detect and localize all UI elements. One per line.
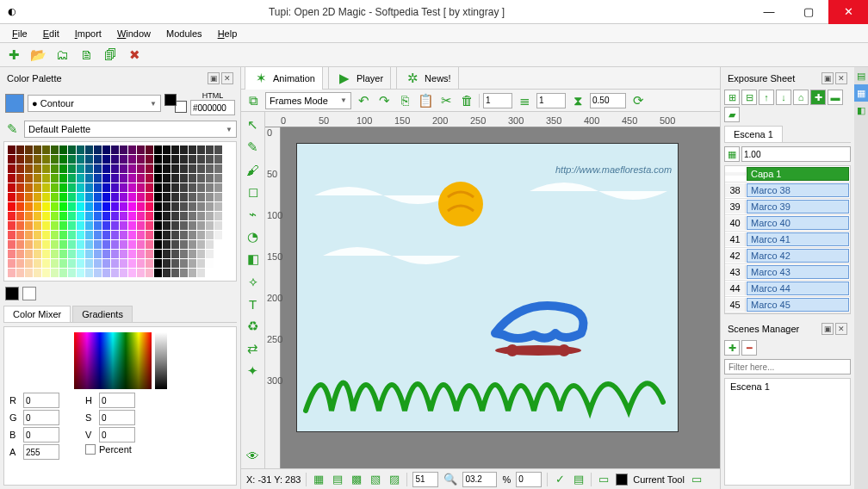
- exp-plus-icon[interactable]: ✚: [810, 90, 826, 105]
- b-input[interactable]: 0: [23, 427, 59, 443]
- exposure-row[interactable]: 45Marco 45: [725, 297, 850, 313]
- undo-icon[interactable]: ↶: [355, 92, 372, 109]
- g-input[interactable]: 0: [23, 410, 59, 425]
- zoom-icon[interactable]: 🔍: [443, 473, 457, 486]
- tab-color-mixer[interactable]: Color Mixer: [3, 306, 71, 322]
- frame-spin-1[interactable]: 1: [483, 93, 512, 108]
- palette-grid[interactable]: [3, 141, 237, 282]
- grid3-icon[interactable]: ▩: [350, 473, 363, 486]
- tweening-tool-icon[interactable]: ⇄: [244, 339, 263, 358]
- recent-color-1[interactable]: [5, 287, 19, 300]
- eyedropper-tool-icon[interactable]: ⟡: [244, 272, 263, 291]
- v-input[interactable]: 0: [99, 427, 135, 443]
- exposure-row[interactable]: 43Marco 43: [725, 264, 850, 281]
- menu-help[interactable]: Help: [211, 27, 245, 40]
- new-icon[interactable]: ✚: [5, 46, 22, 64]
- exp-lock-icon[interactable]: ⌂: [793, 90, 809, 105]
- frame-spin-3[interactable]: 0.50: [590, 93, 626, 108]
- undock-icon[interactable]: ▣: [208, 72, 220, 84]
- grid5-icon[interactable]: ▨: [388, 473, 401, 486]
- close-panel-icon[interactable]: ✕: [221, 72, 233, 84]
- brush-tool-icon[interactable]: 🖌: [244, 160, 263, 179]
- exposure-undock-icon[interactable]: ▣: [822, 72, 834, 84]
- delete-icon[interactable]: ✖: [126, 46, 143, 64]
- status-spin-3[interactable]: 0: [516, 472, 542, 487]
- refresh-icon[interactable]: ⟳: [629, 92, 647, 109]
- cut-icon[interactable]: ✂: [437, 92, 455, 109]
- open-alt-icon[interactable]: 🗂: [53, 46, 71, 64]
- tab-player[interactable]: ▶Player: [328, 67, 391, 90]
- frames-mode-combo[interactable]: Frames Mode▼: [265, 92, 351, 109]
- exp-down-icon[interactable]: ↓: [776, 90, 791, 105]
- exposure-row[interactable]: 44Marco 44: [725, 281, 850, 297]
- eye-tool-icon[interactable]: 👁: [244, 446, 263, 465]
- exposure-close-icon[interactable]: ✕: [835, 72, 847, 84]
- fill-tool-icon[interactable]: ◔: [244, 227, 263, 246]
- polyline-tool-icon[interactable]: ⌁: [244, 205, 263, 224]
- exp-add-icon[interactable]: ⊞: [724, 90, 740, 105]
- layer-header[interactable]: Capa 1: [747, 167, 849, 181]
- tab-animation[interactable]: ✶Animation: [245, 67, 323, 90]
- link-icon[interactable]: ⧗: [569, 92, 586, 109]
- exp-scale-icon[interactable]: ▦: [724, 146, 740, 162]
- html-color-input[interactable]: [190, 100, 235, 115]
- grid4-icon[interactable]: ▧: [369, 473, 382, 486]
- menu-modules[interactable]: Modules: [159, 27, 209, 40]
- exposure-row[interactable]: 42Marco 42: [725, 248, 850, 264]
- canvas-stage[interactable]: http://www.maefloresta.com: [281, 127, 720, 468]
- palette-combo[interactable]: Default Palette▼: [24, 121, 237, 138]
- exp-scale-input[interactable]: 1.00: [741, 146, 851, 162]
- recent-color-2[interactable]: [22, 287, 36, 300]
- h-input[interactable]: 0: [99, 393, 135, 408]
- exposure-row[interactable]: 40Marco 40: [725, 215, 850, 232]
- scene-add-icon[interactable]: ✚: [724, 340, 740, 356]
- r-input[interactable]: 0: [23, 393, 59, 408]
- select-tool-icon[interactable]: ↖: [244, 115, 263, 134]
- exp-folder-icon[interactable]: ▬: [828, 90, 843, 105]
- object-tool-icon[interactable]: ♻: [244, 317, 263, 336]
- current-tool-color[interactable]: [616, 474, 628, 486]
- drawing-paper[interactable]: http://www.maefloresta.com: [296, 143, 679, 432]
- dock-tab-2[interactable]: ▦: [854, 84, 868, 102]
- layers-icon[interactable]: ≣: [516, 92, 533, 109]
- save-as-icon[interactable]: 🗐: [102, 46, 119, 64]
- eyedropper-icon[interactable]: ✎: [3, 121, 21, 138]
- s-input[interactable]: 0: [99, 410, 135, 425]
- open-icon[interactable]: 📂: [29, 46, 46, 64]
- status-spin-2[interactable]: 03.2: [462, 472, 497, 487]
- frames-mode-icon[interactable]: ⧉: [245, 92, 262, 109]
- scene-filter-input[interactable]: [724, 359, 851, 374]
- percent-checkbox[interactable]: [85, 444, 96, 455]
- grid-icon[interactable]: ▦: [312, 473, 326, 486]
- maximize-button[interactable]: ▢: [789, 0, 828, 24]
- paste-icon[interactable]: 📋: [417, 92, 434, 109]
- scene-item[interactable]: Escena 1: [725, 379, 850, 394]
- check-icon[interactable]: ✓: [553, 473, 567, 486]
- current-color-swatch[interactable]: [5, 94, 24, 113]
- exposure-row[interactable]: 38Marco 38: [725, 183, 850, 199]
- status-spin-1[interactable]: 51: [412, 472, 438, 487]
- exp-remove-icon[interactable]: ⊟: [741, 90, 757, 105]
- scene-remove-icon[interactable]: ━: [741, 340, 757, 356]
- copy-icon[interactable]: ⎘: [396, 92, 413, 109]
- menu-window[interactable]: Window: [110, 27, 158, 40]
- a-input[interactable]: 255: [23, 444, 59, 460]
- layers-status-icon[interactable]: ▤: [572, 473, 586, 486]
- menu-edit[interactable]: Edit: [36, 27, 66, 40]
- screen-icon[interactable]: ▭: [597, 473, 611, 486]
- contour-combo[interactable]: ● Contour▼: [28, 95, 161, 112]
- minimize-button[interactable]: —: [749, 0, 789, 24]
- tab-news[interactable]: ✲News!: [396, 67, 459, 90]
- shape-tool-icon[interactable]: ◻: [244, 183, 263, 201]
- redo-icon[interactable]: ↷: [375, 92, 393, 109]
- frame-spin-2[interactable]: 1: [536, 93, 566, 108]
- trash-icon[interactable]: 🗑: [458, 92, 475, 109]
- value-slider[interactable]: [155, 332, 167, 389]
- exposure-scene-tab[interactable]: Escena 1: [724, 126, 783, 142]
- text-tool-icon[interactable]: T: [244, 294, 263, 313]
- scenes-undock-icon[interactable]: ▣: [822, 323, 834, 335]
- fg-bg-swatch[interactable]: [164, 94, 187, 113]
- exposure-row[interactable]: 39Marco 39: [725, 199, 850, 215]
- scenes-close-icon[interactable]: ✕: [835, 323, 847, 335]
- menu-file[interactable]: File: [5, 27, 34, 40]
